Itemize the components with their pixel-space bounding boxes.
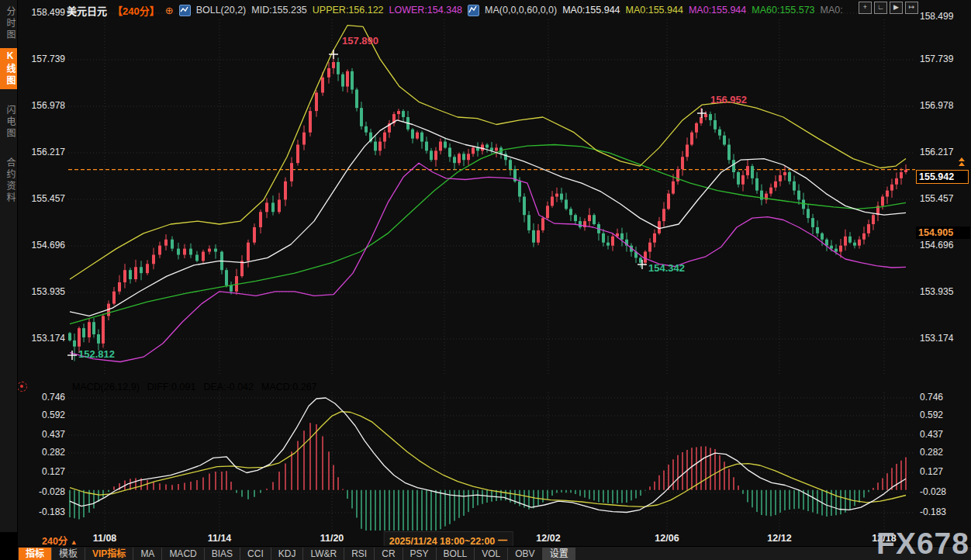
toolbar-item-RSI[interactable]: RSI bbox=[344, 548, 374, 560]
macd-axis-label-right: 0.282 bbox=[920, 447, 968, 458]
ma-indicator-icon[interactable] bbox=[468, 5, 479, 16]
macd-axis-label-left: 0.746 bbox=[19, 392, 65, 403]
boll-indicator-icon[interactable] bbox=[179, 5, 191, 16]
left-sidebar: 分时图K线图闪电图合约资料 bbox=[0, 0, 18, 560]
price-axis-label-right: 153.935 bbox=[920, 286, 968, 297]
ma0-magenta-value: MA0:155.944 bbox=[689, 5, 746, 16]
macd-axis-label-right: -0.028 bbox=[920, 486, 968, 497]
price-axis-label-right: 158.499 bbox=[920, 11, 968, 22]
price-axis-label-right: 156.217 bbox=[920, 147, 968, 157]
toolbar-item-设置[interactable]: 设置 bbox=[542, 548, 575, 560]
date-axis: 240分 ▲ 11/0811/1411/2012/0212/0612/1212/… bbox=[17, 532, 971, 546]
macd-axis-label-left: 0.127 bbox=[19, 466, 65, 477]
crosshair-icon[interactable]: + bbox=[859, 2, 872, 14]
toolbar-item-PSY[interactable]: PSY bbox=[403, 548, 436, 560]
price-axis-label-left: 156.217 bbox=[19, 147, 65, 157]
fx678-watermark: FX678 bbox=[876, 529, 969, 558]
record-dot-icon[interactable] bbox=[17, 382, 27, 392]
toolbar-item-模板[interactable]: 模板 bbox=[51, 548, 85, 560]
price-axis-label-right: 154.696 bbox=[920, 240, 968, 251]
date-label-12/12: 12/12 bbox=[767, 533, 791, 544]
toolbar-item-指标[interactable]: 指标 bbox=[19, 548, 51, 560]
sidebar-item-K线图[interactable]: K线图 bbox=[0, 48, 17, 89]
price-axis-label-right: 156.978 bbox=[920, 100, 968, 111]
ma-label: MA(0,0,0,60,0,0) bbox=[485, 5, 557, 16]
macd-dea-value: DEA:-0.042 bbox=[203, 382, 254, 392]
price-axis-label-left: 153.935 bbox=[19, 286, 65, 297]
period-arrow-icon: ▲ bbox=[71, 538, 78, 546]
price-axis-label-left: 157.739 bbox=[19, 54, 65, 64]
toolbar-item-LW&R[interactable]: LW&R bbox=[302, 548, 344, 560]
boll-upper-value: UPPER:156.122 bbox=[313, 5, 384, 16]
ma0-yellow-value: MA0:155.944 bbox=[626, 5, 683, 16]
chart-header: 美元日元 【240分】 ⊕ BOLL(20,2) MID:155.235 UPP… bbox=[67, 3, 843, 17]
sidebar-item-合约资料[interactable]: 合约资料 bbox=[0, 155, 17, 206]
macd-axis-label-right: 0.127 bbox=[920, 466, 968, 477]
macd-macd-value: MACD:0.267 bbox=[261, 382, 317, 392]
date-label-12/02: 12/02 bbox=[536, 533, 560, 544]
price-marker-icon bbox=[959, 157, 965, 167]
boll-mid-value: MID:155.235 bbox=[251, 5, 307, 16]
boll-label: BOLL(20,2) bbox=[196, 5, 247, 16]
toolbar-item-MACD[interactable]: MACD bbox=[161, 548, 203, 560]
macd-axis-label-left: 0.282 bbox=[19, 447, 65, 458]
period-label[interactable]: 【240分】 bbox=[112, 3, 160, 18]
price-axis-label-left: 153.174 bbox=[19, 333, 65, 344]
macd-header: MACD(26,12,9) DIFF:0.091 DEA:-0.042 MACD… bbox=[72, 382, 317, 392]
macd-axis-label-right: 0.592 bbox=[920, 410, 968, 420]
toolbar-item-KDJ[interactable]: KDJ bbox=[271, 548, 303, 560]
boll-lower-value: LOWER:154.348 bbox=[389, 5, 463, 16]
ma0-white-value: MA0:155.944 bbox=[562, 5, 620, 16]
toolbar-item-BOLL[interactable]: BOLL bbox=[436, 548, 475, 560]
secondary-price-tag: 154.905 bbox=[916, 226, 970, 239]
toolbar-item-CR[interactable]: CR bbox=[374, 548, 402, 560]
add-icon[interactable]: ⊕ bbox=[165, 5, 174, 16]
symbol-name: 美元日元 bbox=[67, 3, 107, 18]
price-axis-label-left: 156.978 bbox=[19, 100, 65, 111]
date-label-11/14: 11/14 bbox=[208, 533, 232, 544]
price-axis-label-left: 155.457 bbox=[19, 193, 65, 204]
toolbar-item-CCI[interactable]: CCI bbox=[240, 548, 271, 560]
toolbar-item-MA[interactable]: MA bbox=[133, 548, 161, 560]
zoom-axis-icon[interactable]: ∟ bbox=[874, 2, 887, 14]
macd-diff-value: DIFF:0.091 bbox=[147, 382, 196, 392]
macd-axis-label-left: 0.437 bbox=[19, 429, 65, 440]
price-axis-label-left: 154.696 bbox=[19, 240, 65, 251]
price-annotation: 152.812 bbox=[78, 348, 115, 360]
toolbar-item-OBV[interactable]: OBV bbox=[507, 548, 541, 560]
date-label-11/20: 11/20 bbox=[320, 533, 344, 544]
sidebar-item-分时图[interactable]: 分时图 bbox=[0, 4, 17, 43]
price-annotation: 154.342 bbox=[648, 262, 685, 274]
sidebar-item-闪电图[interactable]: 闪电图 bbox=[0, 102, 17, 142]
toolbar-item-VIP指标[interactable]: VIP指标 bbox=[85, 548, 133, 560]
price-axis-label-right: 155.457 bbox=[920, 193, 968, 204]
toolbar-item-VOL[interactable]: VOL bbox=[474, 548, 507, 560]
price-axis-label-right: 157.739 bbox=[920, 54, 968, 64]
macd-axis-label-right: 0.437 bbox=[920, 429, 968, 440]
current-price-tag: 155.942 bbox=[916, 170, 969, 184]
chart-canvas[interactable] bbox=[0, 0, 971, 560]
trading-app-window: 分时图K线图闪电图合约资料 美元日元 【240分】 ⊕ BOLL(20,2) M… bbox=[0, 0, 971, 560]
indicator-window-icon[interactable]: ▶ bbox=[890, 2, 903, 14]
date-label-11/08: 11/08 bbox=[93, 533, 117, 544]
price-annotation: 156.952 bbox=[710, 94, 747, 105]
date-label-12/06: 12/06 bbox=[655, 533, 679, 544]
macd-axis-label-right: 0.746 bbox=[920, 392, 968, 403]
chart-tool-icons: +∟▶↦ bbox=[859, 2, 918, 14]
ma60-value: MA60:155.573 bbox=[752, 5, 814, 16]
macd-label: MACD(26,12,9) bbox=[72, 382, 140, 392]
macd-axis-label-left: -0.183 bbox=[19, 506, 65, 517]
price-annotation: 157.890 bbox=[342, 35, 378, 47]
bottom-left-corner bbox=[0, 532, 17, 560]
expand-panel-icon[interactable]: ↦ bbox=[905, 2, 918, 14]
macd-axis-label-left: -0.028 bbox=[19, 486, 65, 497]
macd-axis-label-left: 0.592 bbox=[19, 410, 65, 420]
toolbar-item-BIAS[interactable]: BIAS bbox=[204, 548, 240, 560]
macd-axis-label-right: -0.183 bbox=[920, 506, 968, 517]
price-axis-label-right: 153.174 bbox=[920, 333, 968, 344]
bottom-toolbar: 指标模板VIP指标MAMACDBIASCCIKDJLW&RRSICRPSYBOL… bbox=[17, 546, 971, 560]
price-axis-label-left: 158.499 bbox=[19, 7, 65, 18]
ma0-gray-value: MA0: bbox=[821, 5, 843, 16]
